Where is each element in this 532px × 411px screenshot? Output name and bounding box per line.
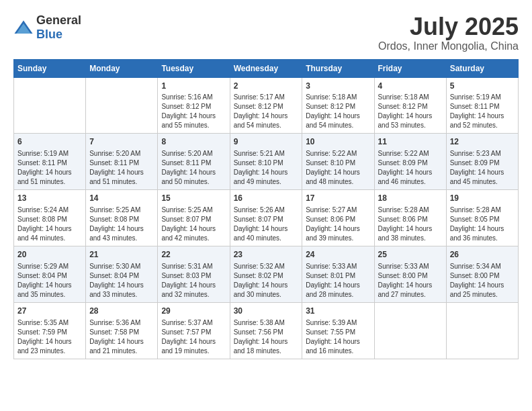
day-number: 29 (161, 306, 226, 317)
sunrise-text: Sunrise: 5:18 AM (378, 93, 443, 102)
sunrise-text: Sunrise: 5:25 AM (89, 205, 154, 215)
sunset-text: Sunset: 8:03 PM (161, 271, 226, 281)
col-saturday: Saturday (446, 59, 518, 77)
sunrise-text: Sunrise: 5:34 AM (450, 262, 515, 271)
sunset-text: Sunset: 8:06 PM (378, 215, 443, 224)
calendar-cell: 12Sunrise: 5:23 AMSunset: 8:09 PMDayligh… (446, 134, 518, 190)
calendar-cell: 10Sunrise: 5:22 AMSunset: 8:10 PMDayligh… (302, 134, 374, 190)
sunset-text: Sunset: 8:12 PM (378, 102, 443, 111)
sunset-text: Sunset: 8:12 PM (306, 102, 370, 111)
day-number: 3 (306, 81, 370, 92)
calendar-cell (374, 302, 446, 359)
col-wednesday: Wednesday (230, 59, 302, 77)
daylight-text: Daylight: 14 hours and 27 minutes. (378, 281, 443, 300)
daylight-text: Daylight: 14 hours and 32 minutes. (161, 281, 226, 300)
page-header: General Blue July 2025 Ordos, Inner Mong… (13, 13, 519, 52)
day-number: 25 (378, 249, 443, 261)
day-number: 13 (17, 193, 82, 204)
day-number: 14 (89, 193, 154, 204)
daylight-text: Daylight: 14 hours and 54 minutes. (306, 111, 370, 130)
sunset-text: Sunset: 7:57 PM (161, 328, 226, 337)
sunrise-text: Sunrise: 5:24 AM (17, 205, 82, 215)
sunset-text: Sunset: 8:11 PM (161, 158, 226, 168)
day-number: 5 (450, 81, 515, 92)
calendar-cell: 28Sunrise: 5:36 AMSunset: 7:58 PMDayligh… (86, 302, 158, 359)
daylight-text: Daylight: 14 hours and 21 minutes. (89, 337, 154, 356)
sunset-text: Sunset: 8:12 PM (161, 102, 226, 111)
sunset-text: Sunset: 7:55 PM (306, 328, 370, 337)
calendar-cell: 23Sunrise: 5:32 AMSunset: 8:02 PMDayligh… (230, 246, 302, 302)
logo-icon (13, 19, 34, 36)
sunset-text: Sunset: 8:07 PM (161, 215, 226, 224)
daylight-text: Daylight: 14 hours and 39 minutes. (306, 224, 370, 243)
day-number: 20 (17, 249, 82, 261)
calendar-week-1: 1Sunrise: 5:16 AMSunset: 8:12 PMDaylight… (14, 77, 519, 134)
day-number: 26 (450, 249, 515, 261)
calendar-cell: 1Sunrise: 5:16 AMSunset: 8:12 PMDaylight… (158, 77, 230, 134)
daylight-text: Daylight: 14 hours and 25 minutes. (450, 281, 515, 300)
calendar-cell: 14Sunrise: 5:25 AMSunset: 8:08 PMDayligh… (86, 190, 158, 246)
sunrise-text: Sunrise: 5:30 AM (89, 262, 154, 271)
sunset-text: Sunset: 8:11 PM (17, 158, 82, 168)
logo-text: General Blue (36, 13, 81, 42)
daylight-text: Daylight: 14 hours and 55 minutes. (161, 111, 226, 130)
day-number: 9 (234, 136, 299, 148)
day-number: 21 (89, 249, 154, 261)
sunrise-text: Sunrise: 5:39 AM (306, 318, 370, 328)
daylight-text: Daylight: 14 hours and 53 minutes. (378, 111, 443, 130)
sunset-text: Sunset: 8:09 PM (378, 158, 443, 168)
sunset-text: Sunset: 8:11 PM (450, 102, 515, 111)
day-number: 30 (234, 306, 299, 317)
daylight-text: Daylight: 14 hours and 52 minutes. (450, 111, 515, 130)
calendar-cell: 3Sunrise: 5:18 AMSunset: 8:12 PMDaylight… (302, 77, 374, 134)
daylight-text: Daylight: 14 hours and 44 minutes. (17, 224, 82, 243)
calendar-cell: 17Sunrise: 5:27 AMSunset: 8:06 PMDayligh… (302, 190, 374, 246)
calendar-cell: 4Sunrise: 5:18 AMSunset: 8:12 PMDaylight… (374, 77, 446, 134)
daylight-text: Daylight: 14 hours and 36 minutes. (450, 224, 515, 243)
calendar-cell: 31Sunrise: 5:39 AMSunset: 7:55 PMDayligh… (302, 302, 374, 359)
calendar-cell (86, 77, 158, 134)
sunrise-text: Sunrise: 5:33 AM (306, 262, 370, 271)
sunset-text: Sunset: 7:59 PM (17, 328, 82, 337)
sunset-text: Sunset: 8:11 PM (89, 158, 154, 168)
day-number: 8 (161, 136, 226, 148)
sunset-text: Sunset: 7:58 PM (89, 328, 154, 337)
day-number: 31 (306, 306, 370, 317)
header-row: Sunday Monday Tuesday Wednesday Thursday… (14, 59, 519, 77)
calendar-cell: 13Sunrise: 5:24 AMSunset: 8:08 PMDayligh… (14, 190, 86, 246)
calendar-cell: 20Sunrise: 5:29 AMSunset: 8:04 PMDayligh… (14, 246, 86, 302)
daylight-text: Daylight: 14 hours and 48 minutes. (306, 168, 370, 187)
calendar-cell: 29Sunrise: 5:37 AMSunset: 7:57 PMDayligh… (158, 302, 230, 359)
calendar-cell: 15Sunrise: 5:25 AMSunset: 8:07 PMDayligh… (158, 190, 230, 246)
col-friday: Friday (374, 59, 446, 77)
daylight-text: Daylight: 14 hours and 30 minutes. (234, 281, 299, 300)
calendar-week-5: 27Sunrise: 5:35 AMSunset: 7:59 PMDayligh… (14, 302, 519, 359)
sunrise-text: Sunrise: 5:28 AM (450, 205, 515, 215)
col-monday: Monday (86, 59, 158, 77)
day-number: 6 (17, 136, 82, 148)
sunrise-text: Sunrise: 5:29 AM (17, 262, 82, 271)
day-number: 15 (161, 193, 226, 204)
calendar-cell: 11Sunrise: 5:22 AMSunset: 8:09 PMDayligh… (374, 134, 446, 190)
sunrise-text: Sunrise: 5:16 AM (161, 93, 226, 102)
calendar-cell: 30Sunrise: 5:38 AMSunset: 7:56 PMDayligh… (230, 302, 302, 359)
sunrise-text: Sunrise: 5:22 AM (378, 149, 443, 158)
daylight-text: Daylight: 14 hours and 19 minutes. (161, 337, 226, 356)
calendar-week-4: 20Sunrise: 5:29 AMSunset: 8:04 PMDayligh… (14, 246, 519, 302)
sunset-text: Sunset: 8:12 PM (234, 102, 299, 111)
sunrise-text: Sunrise: 5:31 AM (161, 262, 226, 271)
calendar-cell: 24Sunrise: 5:33 AMSunset: 8:01 PMDayligh… (302, 246, 374, 302)
day-number: 24 (306, 249, 370, 261)
month-title: July 2025 (378, 13, 519, 40)
col-sunday: Sunday (14, 59, 86, 77)
day-number: 28 (89, 306, 154, 317)
day-number: 22 (161, 249, 226, 261)
day-number: 23 (234, 249, 299, 261)
sunset-text: Sunset: 8:05 PM (450, 215, 515, 224)
sunset-text: Sunset: 8:07 PM (234, 215, 299, 224)
calendar-cell: 7Sunrise: 5:20 AMSunset: 8:11 PMDaylight… (86, 134, 158, 190)
sunset-text: Sunset: 7:56 PM (234, 328, 299, 337)
logo-blue: Blue (36, 28, 62, 41)
sunrise-text: Sunrise: 5:19 AM (450, 93, 515, 102)
calendar-cell: 2Sunrise: 5:17 AMSunset: 8:12 PMDaylight… (230, 77, 302, 134)
